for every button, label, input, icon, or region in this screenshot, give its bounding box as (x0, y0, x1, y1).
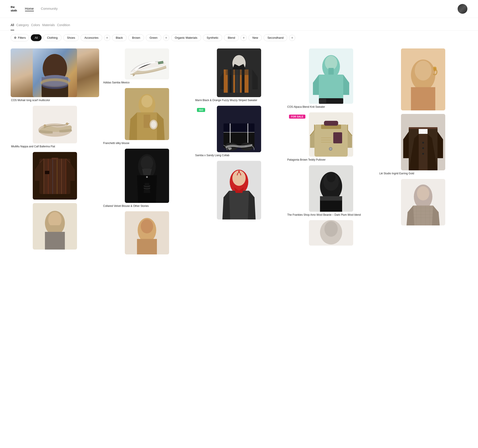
svg-rect-82 (320, 99, 326, 103)
svg-point-113 (422, 142, 424, 143)
svg-rect-118 (413, 205, 433, 225)
svg-rect-59 (226, 69, 252, 75)
product-image (379, 49, 467, 110)
product-grid: COS Mohair long scarf multicolor MiuMiu … (0, 45, 478, 265)
svg-rect-35 (144, 115, 150, 128)
avatar-image (458, 4, 467, 14)
materials-plus[interactable]: + (240, 35, 247, 41)
colors-plus[interactable]: + (163, 35, 169, 41)
product-col4-extra[interactable] (287, 220, 375, 246)
chip-blend[interactable]: Blend (224, 34, 239, 41)
product-title: Franchetti silky blouse (103, 141, 191, 145)
tab-colors[interactable]: Colors (31, 22, 40, 30)
product-patagonia[interactable]: FOR SALE Patagonia Brown Teddy Pullover (287, 112, 375, 162)
product-miumiu-flat[interactable]: MiuMiu Nappa and Calf Ballerina Flat (11, 106, 99, 149)
category-plus[interactable]: + (104, 35, 110, 41)
chip-green[interactable]: Green (146, 34, 161, 41)
product-title: Adidas Samba Mexico (103, 81, 191, 85)
chip-all[interactable]: All (31, 34, 41, 41)
product-franchetti-blouse[interactable]: Franchetti silky blouse (103, 88, 191, 145)
chip-secondhand[interactable]: Secondhand (264, 34, 287, 41)
product-cos-scarf[interactable]: COS Mohair long scarf multicolor (11, 49, 99, 102)
product-image (287, 165, 375, 212)
product-cos-sweater[interactable]: COS Alpaca Blend Knit Sweater (287, 49, 375, 109)
chip-black[interactable]: Black (112, 34, 126, 41)
svg-point-47 (141, 219, 153, 233)
svg-rect-12 (44, 159, 66, 194)
product-image (195, 161, 283, 219)
chip-organic[interactable]: Organic Materials (171, 34, 201, 41)
product-image (379, 179, 467, 225)
logo[interactable]: the sloth (11, 5, 17, 12)
svg-point-98 (327, 173, 335, 182)
product-title: Collared Velvet Blouse & Other Stories (103, 204, 191, 208)
product-image (11, 203, 99, 249)
tab-category[interactable]: Category (16, 22, 29, 30)
product-image (379, 114, 467, 170)
filters-button[interactable]: ⚙ Filters (11, 34, 29, 41)
svg-point-101 (324, 221, 338, 237)
tab-condition[interactable]: Condition (57, 22, 70, 30)
filter-icon: ⚙ (14, 36, 17, 39)
svg-rect-19 (51, 158, 58, 160)
product-image (287, 49, 375, 104)
svg-rect-42 (144, 168, 150, 175)
svg-point-79 (325, 56, 337, 70)
main-nav: Home Community (25, 7, 458, 11)
logo-line1: the (11, 5, 17, 9)
svg-point-43 (146, 176, 148, 178)
product-samba-sandy[interactable]: ISO Samba x Sandy Liang Collab (195, 106, 283, 157)
product-title: Lié Studio Ingrid Earring Gold (379, 172, 467, 175)
header: the sloth Home Community (0, 0, 478, 18)
svg-point-119 (417, 186, 429, 200)
product-col3-red[interactable] (195, 161, 283, 219)
product-marni-sweater[interactable]: Marni Black & Orange Fuzzy Wuzzy Striped… (195, 49, 283, 102)
product-blanket-overshirt[interactable] (11, 152, 99, 199)
svg-point-92 (329, 148, 332, 150)
chip-clothing[interactable]: Clothing (43, 34, 62, 41)
svg-rect-74 (229, 191, 249, 219)
product-adidas-samba[interactable]: Adidas Samba Mexico (103, 49, 191, 85)
product-title: COS Mohair long scarf multicolor (11, 99, 99, 102)
product-title: MiuMiu Nappa and Calf Ballerina Flat (11, 145, 99, 149)
tab-all[interactable]: All (11, 22, 14, 30)
product-beanie[interactable]: The Frankies Shop Amo Wool Beanie – Dark… (287, 165, 375, 217)
svg-point-24 (48, 212, 62, 227)
nav-home[interactable]: Home (25, 7, 34, 11)
svg-rect-80 (328, 68, 334, 75)
product-title: Patagonia Brown Teddy Pullover (287, 158, 375, 162)
chip-shoes[interactable]: Shoes (63, 34, 79, 41)
product-image (103, 49, 191, 79)
badge-for-sale: FOR SALE (289, 115, 305, 118)
logo-line2: sloth (11, 9, 17, 12)
chip-new[interactable]: New (249, 34, 262, 41)
svg-point-34 (141, 95, 152, 107)
svg-rect-104 (411, 87, 435, 110)
chip-synthetic[interactable]: Synthetic (203, 34, 222, 41)
svg-rect-97 (320, 196, 342, 201)
product-image (103, 211, 191, 255)
conditions-plus[interactable]: + (289, 35, 295, 41)
nav-community[interactable]: Community (41, 7, 58, 11)
product-title: COS Alpaca Blend Knit Sweater (287, 105, 375, 109)
product-image (195, 49, 283, 97)
avatar[interactable] (458, 4, 467, 14)
badge-iso: ISO (197, 108, 205, 112)
tab-materials[interactable]: Materials (42, 22, 55, 30)
product-lie-studio-earring[interactable] (379, 49, 467, 110)
svg-rect-112 (409, 127, 438, 129)
product-title: Marni Black & Orange Fuzzy Wuzzy Striped… (195, 99, 283, 102)
svg-point-37 (151, 121, 156, 128)
product-tansy-blazer[interactable]: Lié Studio Ingrid Earring Gold (379, 114, 467, 175)
product-velvet-blouse[interactable]: Collared Velvet Blouse & Other Stories (103, 149, 191, 208)
svg-rect-87 (333, 132, 342, 143)
svg-point-8 (44, 124, 46, 127)
product-col5-extra[interactable] (379, 179, 467, 225)
product-col2-extra[interactable] (103, 211, 191, 255)
svg-rect-86 (324, 121, 338, 126)
svg-point-9 (66, 123, 68, 125)
chip-accessories[interactable]: Accesories (81, 34, 102, 41)
svg-rect-84 (314, 124, 348, 157)
chip-brown[interactable]: Brown (128, 34, 144, 41)
product-col1-extra[interactable] (11, 203, 99, 249)
